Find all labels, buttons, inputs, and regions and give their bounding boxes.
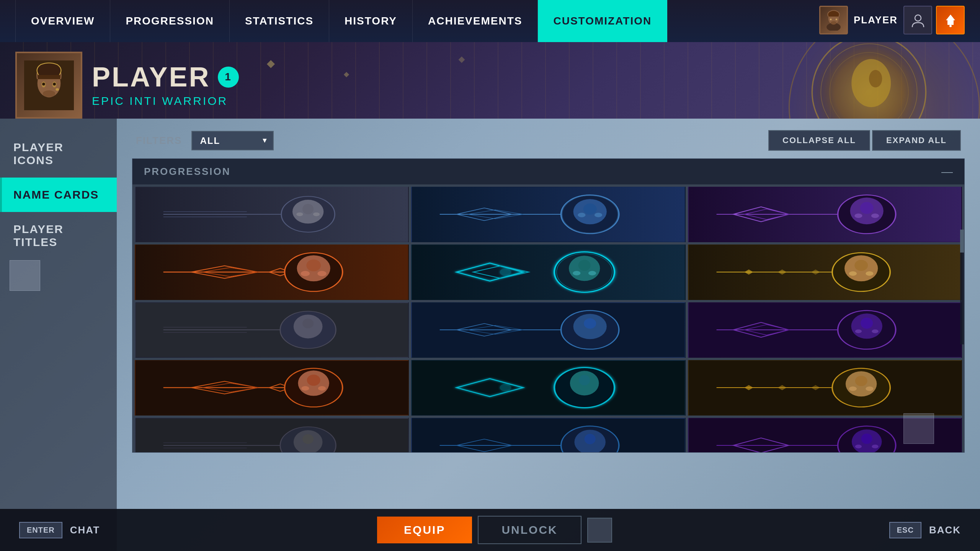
filter-left: FILTERS ALL OWNED UNOWNED [136, 131, 274, 150]
expand-all-button[interactable]: EXPAND ALL [872, 130, 961, 151]
svg-point-131 [855, 445, 861, 448]
back-label: BACK [929, 524, 961, 536]
tab-progression[interactable]: PROGRESSION [110, 0, 229, 42]
svg-point-11 [869, 70, 882, 88]
main-content: PLAYER ICONS NAME CARDS PLAYER TITLES FI… [0, 119, 980, 551]
scrollbar-thumb[interactable] [960, 230, 964, 253]
svg-point-96 [301, 386, 309, 391]
svg-point-59 [573, 271, 580, 276]
deco-diamond-1 [267, 60, 275, 68]
svg-point-120 [302, 434, 314, 444]
sidebar-item-player-icons[interactable]: PLAYER ICONS [0, 130, 117, 178]
sidebar: PLAYER ICONS NAME CARDS PLAYER TITLES [0, 119, 117, 551]
name-card-4[interactable] [135, 245, 409, 300]
svg-point-112 [849, 386, 856, 391]
svg-point-33 [583, 204, 597, 215]
svg-point-111 [855, 376, 867, 386]
name-card-1[interactable] [135, 187, 409, 242]
tab-achievements[interactable]: ACHIEVEMENTS [413, 0, 538, 42]
name-card-10[interactable] [135, 360, 409, 416]
svg-point-130 [861, 434, 872, 444]
bottom-left: ENTER CHAT [19, 522, 100, 538]
chat-label: CHAT [70, 524, 100, 536]
svg-point-17 [53, 82, 56, 85]
filter-select-wrapper[interactable]: ALL OWNED UNOWNED [191, 131, 274, 150]
hero-text: PLAYER 1 EPIC INTI WARRIOR [92, 61, 239, 108]
tab-customization[interactable]: CUSTOMIZATION [538, 0, 667, 42]
svg-point-28 [313, 212, 320, 216]
bottom-bar: ENTER CHAT EQUIP UNLOCK ESC BACK [0, 509, 980, 551]
esc-key-badge: ESC [889, 522, 921, 538]
collapse-all-button[interactable]: COLLAPSE ALL [768, 130, 870, 151]
enter-key-badge: ENTER [19, 522, 62, 538]
svg-point-54 [500, 268, 511, 276]
svg-point-113 [866, 386, 873, 391]
svg-point-89 [872, 329, 878, 333]
hero-banner: PLAYER 1 EPIC INTI WARRIOR [0, 42, 980, 119]
name-card-14[interactable] [411, 418, 685, 452]
svg-point-2 [830, 18, 832, 20]
svg-point-82 [584, 318, 596, 329]
name-card-8[interactable] [411, 302, 685, 358]
cards-grid [132, 184, 964, 452]
name-card-5[interactable] [411, 245, 685, 300]
unlock-button[interactable]: UNLOCK [478, 516, 581, 544]
svg-point-26 [302, 204, 314, 214]
svg-point-27 [296, 212, 303, 216]
tab-history[interactable]: HISTORY [329, 0, 413, 42]
svg-point-60 [588, 271, 596, 276]
profile-icon-btn[interactable] [903, 6, 932, 34]
svg-point-50 [301, 271, 310, 276]
content-panel: FILTERS ALL OWNED UNOWNED COLLAPSE ALL E… [117, 119, 980, 551]
svg-point-51 [317, 271, 326, 276]
name-card-12[interactable] [688, 360, 962, 416]
svg-point-18 [42, 90, 55, 97]
svg-point-70 [866, 271, 873, 276]
hero-level-badge: 1 [218, 67, 239, 88]
equip-button[interactable]: EQUIP [377, 517, 472, 543]
filter-label: FILTERS [136, 135, 182, 147]
svg-point-16 [42, 82, 45, 85]
top-right-icons [903, 6, 965, 34]
name-card-7[interactable] [135, 302, 409, 358]
filter-select[interactable]: ALL OWNED UNOWNED [191, 131, 274, 150]
name-card-3[interactable] [688, 187, 962, 242]
filter-buttons: COLLAPSE ALL EXPAND ALL [768, 130, 961, 151]
scrollbar-track [960, 230, 964, 344]
top-right-user: PLAYER [819, 6, 965, 34]
hero-player-name: PLAYER 1 [92, 61, 239, 93]
hero-avatar [15, 52, 82, 119]
svg-point-3 [835, 18, 837, 20]
tab-overview[interactable]: OVERVIEW [15, 0, 110, 42]
svg-point-125 [585, 434, 596, 444]
progression-title: PROGRESSION [144, 166, 231, 178]
tab-statistics[interactable]: STATISTICS [230, 0, 329, 42]
hero-portrait-right [789, 42, 949, 119]
svg-point-100 [500, 384, 511, 391]
svg-point-95 [307, 375, 320, 386]
name-card-9[interactable] [688, 302, 962, 358]
name-card-11[interactable] [411, 360, 685, 416]
sidebar-item-name-cards[interactable]: NAME CARDS [0, 178, 117, 212]
sidebar-item-player-titles[interactable]: PLAYER TITLES [0, 212, 117, 259]
name-card-6[interactable] [688, 245, 962, 300]
deco-diamond-3 [459, 57, 465, 63]
left-deco-square [10, 260, 40, 291]
filter-bar: FILTERS ALL OWNED UNOWNED COLLAPSE ALL E… [132, 130, 965, 151]
svg-point-19 [56, 88, 59, 91]
right-deco-square [903, 413, 934, 444]
svg-point-43 [871, 214, 879, 218]
selected-indicator [587, 518, 612, 543]
name-card-13[interactable] [135, 418, 409, 452]
progression-header: PROGRESSION — [132, 159, 964, 184]
player-name-top: PLAYER [854, 14, 898, 26]
svg-rect-121 [412, 419, 684, 452]
user-avatar-small [819, 6, 848, 34]
svg-point-88 [855, 329, 861, 333]
collapse-button[interactable]: — [941, 166, 953, 178]
svg-point-35 [595, 213, 602, 217]
notification-icon-btn[interactable] [936, 6, 965, 34]
svg-point-42 [854, 214, 862, 218]
svg-point-132 [872, 445, 878, 448]
name-card-2[interactable] [411, 187, 685, 242]
